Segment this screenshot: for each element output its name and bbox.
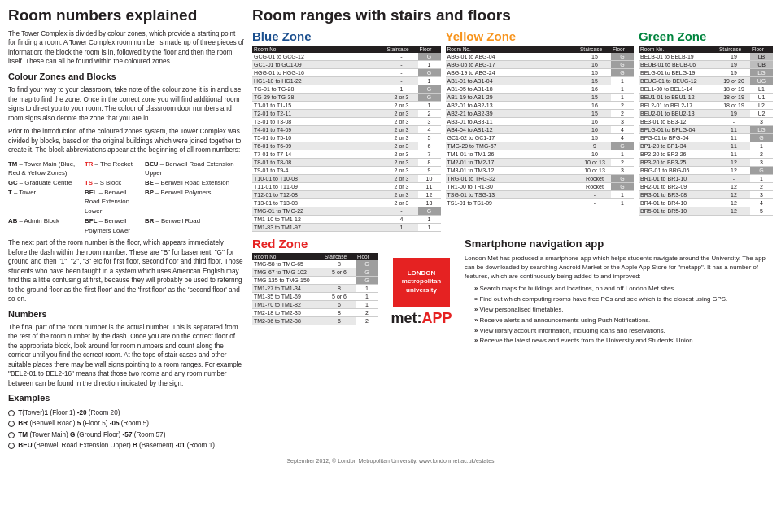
staircase-cell: 4 [386,216,418,224]
example-4: BEU (Benwell Road Extension Upper) B (Ba… [8,441,244,450]
staircase-cell: 18 or 19 [718,102,750,110]
staircase-cell: 2 or 3 [386,94,418,102]
room-cell: AB2-21 to AB2-39 [446,110,579,118]
floor-cell: U2 [750,110,773,118]
room-cell: TM1-10 to TM1-12 [252,216,386,224]
table-row: TM1-27 to TM1-3481 [252,285,378,293]
floor-cell: G [418,85,441,94]
abbrev-be: BE – Benwell Road Extension [145,178,234,188]
left-title: Room numbers explained [8,7,252,24]
table-row: BPG-01 to BPG-0411G [639,134,773,142]
room-cell: BEU1-01 to BEU1-12 [639,94,718,102]
staircase-cell: 12 [718,191,750,199]
room-cell: BPG-01 to BPG-04 [639,134,718,142]
room-cell: BE3-01 to BE3-12 [639,118,718,126]
floor-cell: G [750,134,773,142]
table-row: GCG-01 to GCG-12-G [252,53,441,61]
room-cell: TM2-36 to TM2-38 [252,317,323,325]
abbrev-bel: BEL – Benwell Road Extension Lower [85,188,142,216]
floor-cell: 3 [750,191,773,199]
table-row: BR5-01 to BR5-10125 [639,207,773,216]
intro-p1: The Tower Complex is divided by colour z… [8,29,244,67]
example-bullet-2 [8,421,15,427]
left-column: The Tower Complex is divided by colour z… [8,29,244,452]
room-cell: TM1-01 to TM1-26 [446,150,579,159]
floor-cell: 3 [750,118,773,126]
table-row: AB3-01 to AB3-11163 [446,118,635,126]
staircase-cell: Rocket [578,175,611,183]
staircase-cell: 2 or 3 [386,183,418,191]
room-cell: ABG-19 to ABG-24 [446,69,579,77]
yellow-zone-title: Yellow Zone [446,29,635,43]
list-item: Receive the latest news and events from … [474,337,773,346]
abbrev-ab: AB – Admin Block [8,216,81,235]
room-cell: T13-01 to T13-08 [252,199,386,207]
example-bullet-4 [8,443,15,449]
numbers-p2: The final part of the room number is the… [8,323,244,388]
room-cell: BEUG-01 to BEUG-12 [639,77,718,85]
floor-cell: 12 [418,191,441,199]
table-row: GC1-01 to GC1-09-1 [252,61,441,69]
floor-cell: 2 [611,110,634,118]
red-col-staircase: Staircase [323,253,356,260]
footer: September 2012, © London Metropolitan Un… [8,456,773,464]
table-row: BEL1-00 to BEL1-1418 or 19L1 [639,85,773,94]
room-cell: TRG-01 to TRG-32 [446,175,579,183]
room-cell: TMG-135 to TMG-150 [252,277,323,285]
colour-p2: Prior to the introduction of the coloure… [8,127,244,155]
staircase-cell: 5 or 6 [323,293,356,301]
room-cell: AB1-19 to AB1-29 [446,94,579,102]
abbrev-t: T – Tower [8,188,81,216]
room-cell: TG-01 to TG-28 [252,85,386,94]
table-row: AB2-01 to AB2-13162 [446,102,635,110]
green-col-staircase: Staircase [718,46,750,53]
floor-cell: G [750,167,773,175]
staircase-cell: 16 [578,118,611,126]
room-cell: TM2-18 to TM2-35 [252,309,323,317]
table-row: T1-01 to T1-152 or 31 [252,102,441,110]
table-row: TM1-01 to TM1-26101 [446,150,635,159]
floor-cell: G [611,142,634,150]
table-row: ABG-01 to ABG-0415G [446,53,635,61]
table-row: TG-29 to TG-382 or 3G [252,94,441,102]
table-row: T10-01 to T10-082 or 310 [252,175,441,183]
table-row: T5-01 to T5-102 or 35 [252,134,441,142]
room-cell: T11-01 to T11-09 [252,183,386,191]
staircase-cell: 15 [578,77,611,85]
staircase-cell: 10 or 13 [578,159,611,167]
table-row: T6-01 to T6-092 or 36 [252,142,441,150]
table-row: BR1-01 to BR1-10-1 [639,175,773,183]
floor-cell: LG [750,69,773,77]
floor-cell: 6 [418,142,441,150]
main-content: The Tower Complex is divided by colour z… [8,29,773,452]
room-cell: BEU2-01 to BEU2-13 [639,110,718,118]
floor-cell: 11 [418,183,441,191]
staircase-cell: 2 or 3 [386,159,418,167]
smartphone-text: Smartphone navigation app London Met has… [465,237,773,347]
floor-cell: 9 [418,167,441,175]
yellow-col-room: Room No. [446,46,579,53]
abbrev-tm: TM – Tower Main (Blue, Red & Yellow Zone… [8,159,81,178]
table-row: TMG-135 to TMG-150-G [252,277,378,285]
table-row: TS1-01 to TS1-09-1 [446,199,635,207]
table-row: HG1-10 to HG1-22-1 [252,77,441,85]
abbrev-gc: GC – Graduate Centre [8,178,81,188]
floor-cell: G [356,268,378,277]
floor-cell: 1 [418,61,441,69]
staircase-cell: 2 or 3 [386,142,418,150]
floor-cell: 8 [418,159,441,167]
table-row: AB1-05 to AB1-18161 [446,85,635,94]
room-cell: AB2-01 to AB2-13 [446,102,579,110]
room-cell: TMG-58 to TMG-65 [252,260,323,268]
floor-cell: 1 [418,77,441,85]
floor-cell: 1 [611,150,634,159]
staircase-cell: 18 or 19 [718,85,750,94]
staircase-cell: 9 [578,142,611,150]
floor-cell: LB [750,53,773,61]
staircase-cell: 19 or 20 [718,77,750,85]
table-row: TM2-18 to TM2-3582 [252,309,378,317]
top-zones-row: Blue Zone Room No. Staircase Floor GCG-0… [252,29,773,232]
yellow-col-staircase: Staircase [578,46,611,53]
staircase-cell: 15 [578,134,611,142]
staircase-cell: 2 or 3 [386,126,418,134]
